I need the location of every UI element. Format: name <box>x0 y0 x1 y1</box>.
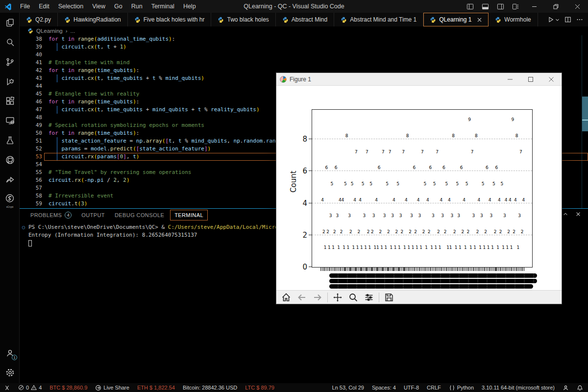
restore-button[interactable] <box>545 0 566 13</box>
histogram-bar <box>334 235 335 267</box>
menu-selection[interactable]: Selection <box>54 1 87 11</box>
status-item-eth-1-822-54[interactable]: ETH $ 1,822.54 <box>137 385 175 391</box>
figure-close-button[interactable] <box>541 73 562 86</box>
status-item[interactable] <box>577 385 583 391</box>
panel-tab-debug-console[interactable]: DEBUG CONSOLE <box>111 210 168 220</box>
code-line-41[interactable]: 41# Entangle time with mind <box>20 59 588 67</box>
histogram-bar <box>361 251 362 267</box>
status-item-ln-53-col-29[interactable]: Ln 53, Col 29 <box>332 385 364 391</box>
settings-gear-icon[interactable] <box>0 363 20 382</box>
breadcrumb[interactable]: QLearning › ... <box>20 26 588 35</box>
tab-wormhole[interactable]: Wormhole <box>489 13 538 26</box>
bar-value-label: 4 <box>521 197 526 202</box>
forward-icon[interactable] <box>312 292 323 303</box>
status-item-3-10-11-64-bit-micro[interactable]: 3.10.11 64-bit (microsoft store) <box>482 385 555 391</box>
menu-help[interactable]: Help <box>179 1 200 11</box>
histogram-bar <box>441 203 441 268</box>
save-icon[interactable] <box>383 292 395 303</box>
figure-minimize-button[interactable] <box>500 73 520 86</box>
status-item[interactable]: 04 <box>18 385 42 391</box>
toggle-secondary-sidebar-icon[interactable] <box>493 1 508 12</box>
code-line-38[interactable]: 38for t in range(additional_time_qubits)… <box>20 35 588 43</box>
tab-two-black-holes[interactable]: Two black holes <box>211 13 275 26</box>
figure-title-bar[interactable]: Figure 1 <box>276 73 562 86</box>
editor-scrollbar[interactable] <box>582 97 588 131</box>
histogram-bar <box>370 187 371 267</box>
configure-subplots-icon[interactable] <box>363 292 375 303</box>
close-window-button[interactable] <box>566 0 588 13</box>
search-icon[interactable] <box>0 32 20 52</box>
breadcrumb-file[interactable]: QLearning <box>36 28 63 34</box>
figure-maximize-button[interactable] <box>520 73 541 86</box>
panel-tab-output[interactable]: OUTPUT <box>77 210 109 220</box>
toggle-panel-icon[interactable] <box>478 1 493 12</box>
menu-go[interactable]: Go <box>110 1 126 11</box>
maximize-panel-icon[interactable] <box>563 211 568 217</box>
status-item[interactable] <box>563 385 569 391</box>
histogram-bar <box>503 251 504 267</box>
pan-icon[interactable] <box>332 292 343 303</box>
status-item-ltc-89-79[interactable]: LTC $ 89.79 <box>245 385 274 391</box>
tab-hawkingradiation[interactable]: HawkingRadiation <box>58 13 128 26</box>
tab-label: Abstract Mind <box>292 16 327 23</box>
split-editor-icon[interactable] <box>564 16 571 23</box>
close-tab-icon[interactable] <box>477 18 482 22</box>
tab-five-black-holes-with-hr[interactable]: Five black holes with hr <box>128 13 212 26</box>
minimize-button[interactable] <box>523 0 545 13</box>
close-panel-icon[interactable] <box>575 211 581 217</box>
bar-value-label: 4 <box>374 197 379 202</box>
more-actions-icon[interactable] <box>576 16 583 23</box>
indent-guide <box>57 43 57 51</box>
extensions-icon[interactable] <box>0 91 20 111</box>
tab-abstract-mind-and-time-1[interactable]: Abstract Mind and Time 1 <box>334 13 423 26</box>
panel-tab-terminal[interactable]: TERMINAL <box>170 210 208 220</box>
code-line-39[interactable]: 39 circuit.cx(t, t + 1) <box>20 43 588 51</box>
home-icon[interactable] <box>280 292 292 303</box>
github-icon[interactable] <box>0 150 20 170</box>
source-control-icon[interactable] <box>0 52 20 72</box>
histogram-bar <box>384 219 385 267</box>
bell-icon <box>577 385 583 391</box>
status-item-btc-28-860-9[interactable]: BTC $ 28,860.9 <box>49 385 87 391</box>
menu-file[interactable]: File <box>16 1 34 11</box>
live-share-icon[interactable] <box>0 170 20 189</box>
explorer-icon[interactable] <box>0 13 20 32</box>
scrypt-icon[interactable]: sCrypt <box>0 189 20 209</box>
status-item-crlf[interactable]: CRLF <box>427 385 441 391</box>
status-item-live-share[interactable]: Live Share <box>95 385 129 391</box>
histogram-bar <box>510 203 511 268</box>
menu-run[interactable]: Run <box>127 1 147 11</box>
status-item[interactable] <box>4 385 10 391</box>
breadcrumb-more[interactable]: ... <box>71 28 75 34</box>
panel-tab-problems[interactable]: PROBLEMS4 <box>26 210 75 220</box>
tab-q2-py[interactable]: Q2.py <box>20 13 58 26</box>
menu-edit[interactable]: Edit <box>35 1 53 11</box>
back-icon[interactable] <box>296 292 308 303</box>
testing-icon[interactable] <box>0 130 20 150</box>
bar-value-label: 4 <box>320 197 325 202</box>
code-line-40[interactable]: 40 <box>20 51 588 59</box>
customize-layout-icon[interactable] <box>508 1 523 12</box>
bar-value-label: 7 <box>401 149 406 154</box>
histogram-bar <box>458 219 459 267</box>
run-debug-icon[interactable] <box>0 72 20 91</box>
zoom-rect-icon[interactable] <box>347 292 359 303</box>
status-item-bitcoin-28842-36-usd[interactable]: Bitcoin: 28842.36 USD <box>183 385 237 391</box>
status-item-spaces-4[interactable]: Spaces: 4 <box>372 385 396 391</box>
histogram-bar <box>445 235 446 267</box>
histogram-bar <box>329 251 330 267</box>
tab-abstract-mind[interactable]: Abstract Mind <box>276 13 334 26</box>
bar-value-label: 6 <box>324 165 329 170</box>
python-file-icon <box>430 17 436 23</box>
status-item-python[interactable]: Python <box>449 385 474 391</box>
menu-view[interactable]: View <box>88 1 109 11</box>
menu-terminal[interactable]: Terminal <box>147 1 178 11</box>
histogram-bar <box>349 219 350 267</box>
toggle-sidebar-icon[interactable] <box>463 1 478 12</box>
run-python-button[interactable] <box>547 16 560 23</box>
tab-qlearning-1[interactable]: QLearning 1 <box>423 13 489 26</box>
remote-explorer-icon[interactable] <box>0 111 20 130</box>
status-item-utf-8[interactable]: UTF-8 <box>404 385 419 391</box>
account-icon[interactable]: 1 <box>0 343 20 363</box>
bar-value-label: 8 <box>344 133 349 138</box>
